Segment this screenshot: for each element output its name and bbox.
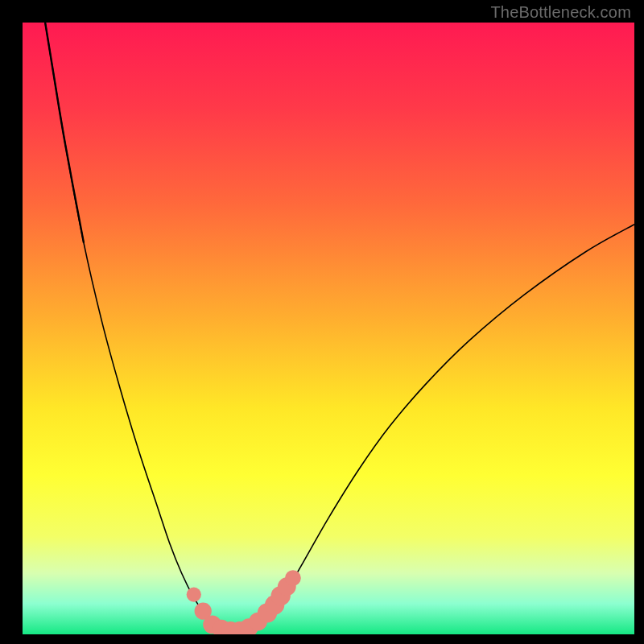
marker-group — [187, 570, 301, 634]
chart-frame: TheBottleneck.com — [0, 0, 644, 644]
curve-layer — [23, 23, 634, 634]
curve-marker — [187, 587, 201, 601]
curve-marker — [285, 570, 301, 586]
bottleneck-curve — [45, 23, 634, 631]
watermark-label: TheBottleneck.com — [490, 3, 631, 22]
plot-area — [23, 23, 634, 634]
